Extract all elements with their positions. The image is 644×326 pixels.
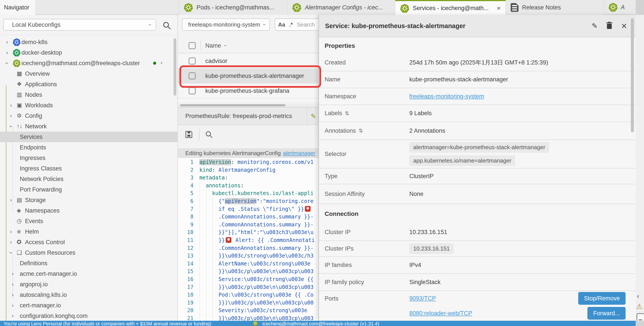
chevron-right-icon[interactable]: › (10, 197, 12, 203)
table-row-kube-prometheus-stack-[interactable]: kube-prometheus-stack-... (178, 98, 318, 102)
warning-triangle-icon[interactable]: ⚠ (636, 302, 642, 311)
chevron-down-icon[interactable]: › (8, 252, 14, 254)
sort-ascending-icon[interactable]: › (222, 45, 228, 46)
close-icon[interactable]: × (621, 21, 627, 31)
table-row-kube-prometheus-stack-grafana[interactable]: kube-prometheus-stack-grafana (178, 84, 318, 98)
port-link[interactable]: 8080:reloader-web/TCP (409, 310, 472, 317)
sidebar-item-events[interactable]: ◷Events (0, 216, 178, 226)
sidebar-item-argoproj-io[interactable]: ›argoproj.io (0, 279, 178, 290)
kubeconfig-select[interactable]: Local Kubeconfigs › (3, 19, 156, 31)
sidebar-item-custom-resources[interactable]: ›❑Custom Resources (0, 248, 178, 258)
row-checkbox[interactable] (189, 72, 196, 80)
chevron-right-icon[interactable]: › (10, 239, 12, 245)
list-search-input[interactable]: Aa .* Search (274, 18, 318, 31)
chevron-right-icon[interactable]: › (10, 102, 12, 108)
tab-services-icecheng-math-[interactable]: Services - icecheng@math...× (395, 0, 506, 15)
chevron-right-icon[interactable]: › (12, 271, 14, 277)
match-case-icon[interactable]: Aa (278, 22, 285, 28)
chevron-right-icon[interactable]: › (160, 60, 162, 66)
chevron-right-icon[interactable]: › (12, 302, 14, 308)
close-tab-icon[interactable]: × (494, 4, 501, 12)
name-column-header[interactable]: Name (205, 42, 221, 49)
sidebar-item-overview[interactable]: ▦Overview (0, 68, 178, 79)
sidebar-item-namespaces[interactable]: ◈Namespaces (0, 205, 178, 216)
sidebar-item-access-control[interactable]: ›✪Access Control (0, 237, 178, 248)
select-all-checkbox[interactable] (189, 42, 196, 49)
service-name: cadvisor (205, 58, 228, 64)
edit-pencil-icon[interactable]: ✎ (310, 112, 316, 120)
tab-release-notes[interactable]: Release Notes (506, 0, 604, 15)
sidebar-item-helm[interactable]: ›⎈Helm (0, 226, 178, 237)
chevron-right-icon[interactable]: › (10, 228, 12, 235)
delete-trash-icon[interactable] (606, 22, 613, 30)
editing-resource-link[interactable]: alertmanager (283, 150, 315, 156)
code-line-2: kind: AlertmanagerConfig (200, 166, 318, 174)
sidebar-scrollbar-thumb[interactable] (174, 38, 176, 96)
port-link[interactable]: 9093/TCP (409, 295, 436, 302)
sidebar-item-ingress-classes[interactable]: Ingress Classes (0, 163, 178, 174)
tab-alertmanager-configs-ice[interactable]: Alertmanager Configs - icec... (287, 0, 395, 15)
kubernetes-icon (13, 38, 20, 46)
sort-toggle-icon[interactable]: ⇅ (345, 110, 349, 116)
sidebar-item-applications[interactable]: ❖Applications (0, 79, 178, 90)
sidebar-item-endpoints[interactable]: Endpoints (0, 142, 178, 153)
catalog-search-icon[interactable] (162, 21, 171, 30)
table-horizontal-scrollbar[interactable] (178, 104, 318, 107)
table-row-kube-prometheus-stack-alertmanager[interactable]: kube-prometheus-stack-alertmanager (178, 69, 318, 84)
sidebar-item-workloads[interactable]: ›▣Workloads (0, 100, 178, 110)
chevron-down-icon[interactable]: › (4, 62, 10, 64)
sidebar-item-label: Nodes (25, 92, 42, 98)
sidebar-item-definitions[interactable]: Definitions (0, 258, 178, 268)
editor-search-icon[interactable] (205, 130, 213, 139)
sidebar-item-label: Network Policies (20, 176, 64, 182)
chevron-right-icon[interactable]: › (6, 39, 8, 45)
chevron-down-icon[interactable]: › (8, 126, 14, 127)
dock-tab-prometheusrule[interactable]: PrometheusRule: freepeals-prod-metrics ✎ (178, 107, 318, 125)
edit-pencil-icon[interactable]: ✎ (592, 22, 598, 30)
sidebar-item-label: Ingresses (20, 155, 46, 162)
puzzle-icon: ❑ (17, 250, 22, 255)
sidebar-item-ingresses[interactable]: Ingresses (0, 153, 178, 163)
chevron-right-icon[interactable]: › (12, 292, 14, 298)
code-line-3: metadata: (200, 174, 318, 182)
tab-pods-icecheng-mathmas-[interactable]: Pods - icecheng@mathmas... (179, 0, 287, 15)
row-checkbox[interactable] (189, 58, 196, 64)
sidebar-item-network-policies[interactable]: Network Policies (0, 174, 178, 184)
chevron-right-icon[interactable]: › (6, 50, 8, 56)
chevron-right-icon[interactable]: › (10, 113, 12, 119)
sidebar-item-configuration-konghq-com[interactable]: ›configuration.konghq.com (0, 311, 178, 321)
navigator-panel-tab[interactable]: Navigator (0, 0, 35, 15)
regex-icon[interactable]: .* (289, 22, 293, 28)
chevron-left-icon[interactable]: ‹ (637, 292, 639, 300)
drawer-title: Service: kube-prometheus-stack-alertmana… (325, 22, 466, 30)
sidebar-item-services[interactable]: Services (0, 132, 178, 142)
chevron-right-icon[interactable]: › (12, 281, 14, 288)
sidebar-item-network[interactable]: ›↑↓Network (0, 121, 178, 132)
sidebar-item-docker-desktop[interactable]: ›docker-desktop (0, 48, 178, 58)
save-icon[interactable] (185, 130, 193, 139)
sidebar-item-nodes[interactable]: ▥Nodes (0, 90, 178, 100)
table-row-cadvisor[interactable]: cadvisor (178, 54, 318, 69)
yaml-editor[interactable]: 123456789101112131415161718192021 apiVer… (178, 158, 318, 321)
namespace-select[interactable]: freeleaps-monitoring-system › (182, 18, 270, 31)
sidebar-item-config[interactable]: ›⚙Config (0, 110, 178, 121)
detail-label: Cluster IP (325, 229, 351, 236)
chevron-right-icon[interactable]: › (12, 313, 14, 319)
namespace-link[interactable]: freeleaps-monitoring-system (409, 93, 484, 100)
sidebar-item-autoscaling-k8s-io[interactable]: ›autoscaling.k8s.io (0, 290, 178, 300)
sidebar-item-icecheng-mathmast-com-freeleaps-cluster[interactable]: ›icecheng@mathmast.com@freeleaps-cluster… (0, 58, 178, 68)
alarm-emoji (226, 237, 232, 243)
sidebar-item-acme-cert-manager-io[interactable]: ›acme.cert-manager.io (0, 268, 178, 279)
sidebar-item-storage[interactable]: ›▤Storage (0, 195, 178, 205)
sidebar-item-port-forwarding[interactable]: Port Forwarding (0, 184, 178, 195)
tab-label: Services - icecheng@math... (413, 5, 489, 12)
strip-bottom (636, 321, 644, 326)
sidebar-item-demo-k8s[interactable]: ›demo-k8s (0, 37, 178, 48)
sort-toggle-icon[interactable]: ⇅ (359, 128, 363, 134)
row-checkbox[interactable] (189, 87, 196, 94)
code-line-10: }}"}],"html":"\u003ch3\u003e\u (200, 228, 318, 236)
drawer-scrollbar-thumb[interactable] (631, 18, 634, 132)
sidebar-item-cert-manager-io[interactable]: ›cert-manager.io (0, 300, 178, 311)
forward--button[interactable]: Forward... (588, 307, 626, 320)
stop-remove-button[interactable]: Stop/Remove (578, 292, 626, 305)
